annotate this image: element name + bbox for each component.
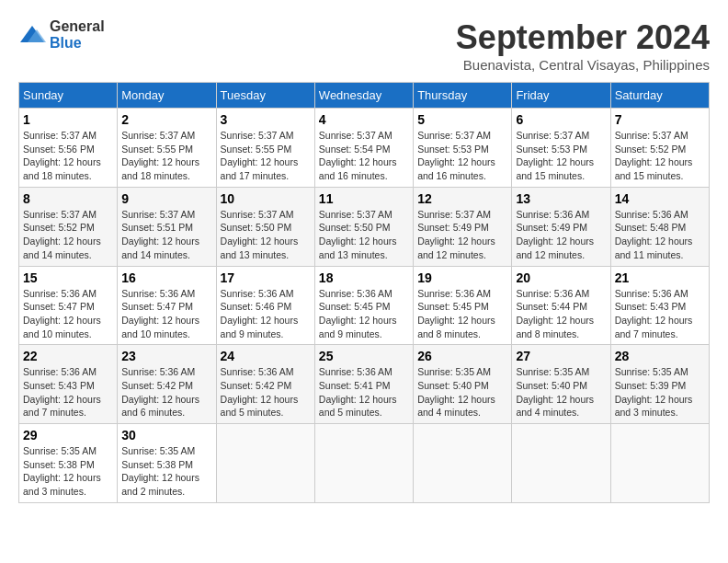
calendar-cell: 20Sunrise: 5:36 AMSunset: 5:44 PMDayligh… [512,266,610,345]
col-header-friday: Friday [512,83,610,109]
day-detail: Sunrise: 5:36 AMSunset: 5:45 PMDaylight:… [417,287,507,341]
day-number: 25 [319,349,409,363]
day-detail: Sunrise: 5:37 AMSunset: 5:53 PMDaylight:… [417,129,507,183]
week-row-2: 8Sunrise: 5:37 AMSunset: 5:52 PMDaylight… [19,187,710,266]
header: General Blue September 2024 Buenavista, … [18,18,710,73]
day-detail: Sunrise: 5:36 AMSunset: 5:45 PMDaylight:… [319,287,409,341]
day-detail: Sunrise: 5:36 AMSunset: 5:47 PMDaylight:… [121,287,211,341]
calendar-header-row: SundayMondayTuesdayWednesdayThursdayFrid… [19,83,710,109]
calendar-cell: 24Sunrise: 5:36 AMSunset: 5:42 PMDayligh… [216,345,314,424]
calendar-cell: 14Sunrise: 5:36 AMSunset: 5:48 PMDayligh… [610,187,709,266]
calendar-cell: 10Sunrise: 5:37 AMSunset: 5:50 PMDayligh… [216,187,314,266]
col-header-wednesday: Wednesday [314,83,413,109]
day-detail: Sunrise: 5:37 AMSunset: 5:52 PMDaylight:… [615,129,705,183]
week-row-5: 29Sunrise: 5:35 AMSunset: 5:38 PMDayligh… [19,424,710,503]
day-detail: Sunrise: 5:37 AMSunset: 5:52 PMDaylight:… [23,208,113,262]
calendar-cell: 28Sunrise: 5:35 AMSunset: 5:39 PMDayligh… [610,345,709,424]
day-number: 4 [319,112,409,127]
col-header-tuesday: Tuesday [216,83,314,109]
day-detail: Sunrise: 5:37 AMSunset: 5:55 PMDaylight:… [121,129,211,183]
calendar-cell: 27Sunrise: 5:35 AMSunset: 5:40 PMDayligh… [512,345,610,424]
calendar-cell [512,424,610,503]
logo-blue: Blue [50,35,82,51]
calendar-cell: 8Sunrise: 5:37 AMSunset: 5:52 PMDaylight… [19,187,118,266]
calendar-cell: 30Sunrise: 5:35 AMSunset: 5:38 PMDayligh… [118,424,216,503]
title-area: September 2024 Buenavista, Central Visay… [456,18,710,73]
day-number: 7 [615,112,705,127]
calendar-cell: 19Sunrise: 5:36 AMSunset: 5:45 PMDayligh… [414,266,512,345]
calendar-cell: 17Sunrise: 5:36 AMSunset: 5:46 PMDayligh… [216,266,314,345]
logo-icon [18,24,46,46]
calendar-cell [610,424,709,503]
day-number: 24 [221,349,311,363]
logo: General Blue [18,18,105,52]
day-number: 11 [319,191,409,206]
day-number: 10 [221,191,311,206]
calendar-cell: 1Sunrise: 5:37 AMSunset: 5:56 PMDaylight… [19,109,118,188]
day-number: 17 [221,270,311,285]
day-number: 23 [121,349,211,363]
day-number: 13 [516,191,606,206]
day-number: 14 [615,191,705,206]
day-detail: Sunrise: 5:37 AMSunset: 5:53 PMDaylight:… [516,129,606,183]
day-detail: Sunrise: 5:35 AMSunset: 5:40 PMDaylight:… [417,365,507,419]
day-detail: Sunrise: 5:36 AMSunset: 5:46 PMDaylight:… [221,287,311,341]
week-row-1: 1Sunrise: 5:37 AMSunset: 5:56 PMDaylight… [19,109,710,188]
calendar-cell: 16Sunrise: 5:36 AMSunset: 5:47 PMDayligh… [118,266,216,345]
day-number: 20 [516,270,606,285]
calendar-cell: 5Sunrise: 5:37 AMSunset: 5:53 PMDaylight… [414,109,512,188]
location-subtitle: Buenavista, Central Visayas, Philippines [456,57,710,73]
day-detail: Sunrise: 5:35 AMSunset: 5:39 PMDaylight:… [615,365,705,419]
calendar-cell [414,424,512,503]
col-header-saturday: Saturday [610,83,709,109]
day-number: 29 [23,428,113,442]
calendar-cell: 23Sunrise: 5:36 AMSunset: 5:42 PMDayligh… [118,345,216,424]
col-header-sunday: Sunday [19,83,118,109]
calendar-cell: 29Sunrise: 5:35 AMSunset: 5:38 PMDayligh… [19,424,118,503]
day-number: 30 [121,428,211,442]
day-number: 22 [23,349,113,363]
day-number: 1 [23,112,113,127]
col-header-thursday: Thursday [414,83,512,109]
calendar-cell: 25Sunrise: 5:36 AMSunset: 5:41 PMDayligh… [314,345,413,424]
day-number: 2 [121,112,211,127]
calendar-cell: 7Sunrise: 5:37 AMSunset: 5:52 PMDaylight… [610,109,709,188]
day-detail: Sunrise: 5:36 AMSunset: 5:49 PMDaylight:… [516,208,606,262]
day-number: 3 [221,112,311,127]
day-detail: Sunrise: 5:36 AMSunset: 5:42 PMDaylight:… [121,365,211,419]
day-detail: Sunrise: 5:36 AMSunset: 5:44 PMDaylight:… [516,287,606,341]
day-number: 21 [615,270,705,285]
month-year-title: September 2024 [456,18,710,57]
day-detail: Sunrise: 5:36 AMSunset: 5:42 PMDaylight:… [221,365,311,419]
day-detail: Sunrise: 5:37 AMSunset: 5:50 PMDaylight:… [221,208,311,262]
calendar-cell [216,424,314,503]
calendar-cell: 11Sunrise: 5:37 AMSunset: 5:50 PMDayligh… [314,187,413,266]
day-number: 16 [121,270,211,285]
calendar-cell: 4Sunrise: 5:37 AMSunset: 5:54 PMDaylight… [314,109,413,188]
calendar-cell [314,424,413,503]
day-number: 12 [417,191,507,206]
calendar-cell: 22Sunrise: 5:36 AMSunset: 5:43 PMDayligh… [19,345,118,424]
calendar-cell: 9Sunrise: 5:37 AMSunset: 5:51 PMDaylight… [118,187,216,266]
calendar-cell: 12Sunrise: 5:37 AMSunset: 5:49 PMDayligh… [414,187,512,266]
day-detail: Sunrise: 5:37 AMSunset: 5:55 PMDaylight:… [221,129,311,183]
day-number: 9 [121,191,211,206]
day-detail: Sunrise: 5:36 AMSunset: 5:48 PMDaylight:… [615,208,705,262]
day-detail: Sunrise: 5:37 AMSunset: 5:49 PMDaylight:… [417,208,507,262]
day-number: 6 [516,112,606,127]
day-number: 26 [417,349,507,363]
calendar-cell: 2Sunrise: 5:37 AMSunset: 5:55 PMDaylight… [118,109,216,188]
day-detail: Sunrise: 5:35 AMSunset: 5:38 PMDaylight:… [23,444,113,499]
day-detail: Sunrise: 5:37 AMSunset: 5:54 PMDaylight:… [319,129,409,183]
col-header-monday: Monday [118,83,216,109]
calendar-cell: 6Sunrise: 5:37 AMSunset: 5:53 PMDaylight… [512,109,610,188]
day-detail: Sunrise: 5:37 AMSunset: 5:56 PMDaylight:… [23,129,113,183]
day-number: 27 [516,349,606,363]
day-detail: Sunrise: 5:37 AMSunset: 5:50 PMDaylight:… [319,208,409,262]
day-number: 18 [319,270,409,285]
calendar-cell: 18Sunrise: 5:36 AMSunset: 5:45 PMDayligh… [314,266,413,345]
day-number: 15 [23,270,113,285]
calendar-cell: 13Sunrise: 5:36 AMSunset: 5:49 PMDayligh… [512,187,610,266]
day-detail: Sunrise: 5:37 AMSunset: 5:51 PMDaylight:… [121,208,211,262]
logo-general: General [50,18,105,34]
